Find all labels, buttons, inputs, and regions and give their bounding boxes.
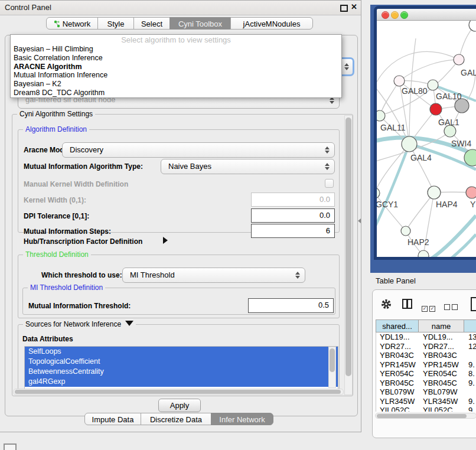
tab-style[interactable]: Style [97,17,134,30]
bottom-tab-discretize-data[interactable]: Discretize Data [141,413,211,425]
attribute-list-item[interactable]: BetweennessCentrality [25,367,338,377]
network-node-y[interactable] [466,187,476,198]
which-threshold-combobox[interactable]: MI Threshold [122,268,305,283]
split-columns-icon[interactable] [402,299,412,309]
table-row[interactable]: YBL079WYBL079W [376,387,476,397]
dropdown-item[interactable]: Mutual Information Inference [11,71,341,80]
network-node-gal11[interactable] [377,110,385,121]
collapsed-panel-icon[interactable] [4,444,17,450]
float-window-icon[interactable] [340,5,348,12]
minimize-traffic-light-icon[interactable] [391,11,399,19]
collapse-arrow-icon[interactable] [125,321,133,326]
tab-select[interactable]: Select [133,17,170,30]
network-node-swi4[interactable] [444,125,456,137]
kernel-width-input[interactable]: 0.0 [251,193,335,207]
attribute-list-item[interactable]: TopologicalCoefficient [25,357,338,367]
control-panel-titlebar[interactable]: Control Panel ✕ [0,1,361,15]
clipped-table-icon[interactable] [471,297,476,311]
dpi-tolerance-input[interactable]: 0.0 [251,208,335,223]
mi-threshold-input[interactable]: 0.5 [248,298,334,313]
table-cell: 9. [465,406,476,412]
network-node-label: GAL80 [402,86,428,96]
tab-jactivemnodules[interactable]: jActiveMNodules [230,17,313,30]
which-threshold-label: Which threshold to use: [41,271,122,279]
network-edge-thick[interactable] [377,144,409,233]
hub-section-label[interactable]: Hub/Transcription Factor Definition [24,237,142,246]
network-node-gcy1[interactable] [377,188,380,198]
attribute-list-item[interactable]: gal4RGexp [25,377,338,387]
table-cell: YER054C [419,369,465,379]
network-node-gal10[interactable] [428,80,438,90]
tab-label: Network [63,19,91,28]
sources-group-title[interactable]: Sources for Network Inference [23,320,136,328]
dropdown-item[interactable]: ARACNE Algorithm [11,63,341,71]
network-node-gal[interactable] [454,54,464,65]
bottom-tab-infer-network[interactable]: Infer Network [211,413,273,425]
attributes-scrollbar-thumb[interactable] [330,348,335,372]
zoom-traffic-light-icon[interactable] [400,11,408,19]
table-cell: YDR27... [376,342,419,351]
attributes-list-scrollbar[interactable] [328,347,336,388]
dropdown-item[interactable]: Basic Correlation Inference [11,54,341,63]
dropdown-prompt: Select algorithm to view settings [11,35,341,45]
network-window-titlebar[interactable] [377,9,476,21]
column-header[interactable]: name [419,319,464,332]
network-edge[interactable] [380,81,399,116]
network-node[interactable] [418,250,429,257]
table-row[interactable]: YER054CYER054C8. [376,369,476,379]
settings-horizontal-scrollbar[interactable] [13,389,344,395]
table-horizontal-scrollbar[interactable] [375,413,476,419]
column-header[interactable]: shared... [376,319,419,332]
table-row[interactable]: YBR045CYBR045C9. [376,379,476,388]
table-row[interactable]: YIL052CYIL052C9. [376,406,476,412]
column-header[interactable] [464,319,476,332]
gear-icon[interactable] [381,299,392,309]
network-node-gal1[interactable] [430,103,442,115]
dropdown-item[interactable]: Dream8 DC_TDC Algorithm [11,89,341,97]
settings-vscrollbar-thumb[interactable] [345,118,351,376]
table-row[interactable]: YPR145WYPR145W9. [376,360,476,370]
settings-vertical-scrollbar[interactable] [344,115,353,395]
expand-arrow-icon[interactable] [163,237,168,244]
network-node[interactable] [469,21,476,31]
network-view-window: GALGAL80GAL10GAL1GAL11SWI4GAL4GCY1HAP4YH… [374,6,476,260]
network-node-gal80[interactable] [394,76,405,86]
table-row[interactable]: YBR043CYBR043C [376,351,476,360]
network-edge[interactable] [406,193,434,231]
table-row[interactable]: YDL19...YDL19...13 [376,332,476,342]
network-canvas[interactable]: GALGAL80GAL10GAL1GAL11SWI4GAL4GCY1HAP4YH… [377,21,476,257]
tab-network[interactable]: Network [46,17,98,30]
unselect-all-columns-icon[interactable] [444,302,459,312]
table-cell: 9. [465,360,476,370]
mi-type-combobox[interactable]: Naive Bayes [161,159,335,174]
dropdown-item[interactable]: Bayesian – Hill Climbing [11,45,341,54]
attribute-list-item[interactable]: SelfLoops [25,347,338,357]
network-node-gal4[interactable] [402,136,417,152]
app-root: Control Panel ✕ NetworkStyleSelectCyni T… [0,0,476,450]
close-traffic-light-icon[interactable] [382,11,389,19]
dropdown-item[interactable]: Bayesian – K2 [11,80,341,89]
select-all-columns-icon[interactable]: ✓✓ [422,302,437,312]
mi-steps-input[interactable]: 6 [251,224,335,238]
table-row[interactable]: YLR345WYLR345W9. [376,397,476,406]
close-icon[interactable]: ✕ [351,2,357,11]
settings-hscrollbar-thumb[interactable] [15,390,341,394]
table-cell: YDR27... [419,342,465,351]
aracne-mode-combobox[interactable]: Discovery [62,142,335,158]
tab-label: Style [107,19,125,28]
network-node-hap4[interactable] [428,186,441,199]
manual-kernel-checkbox[interactable] [325,179,334,188]
table-cell: 13 [465,332,476,342]
network-edge[interactable] [377,51,459,92]
network-edge-thick[interactable] [446,234,476,257]
network-node-hap2[interactable] [401,226,410,236]
tab-cyni-toolbox[interactable]: Cyni Toolbox [169,17,231,30]
table-row[interactable]: YDR27...YDR27...12 [376,342,476,351]
panel-divider-handle[interactable] [358,219,361,223]
bottom-tab-impute-data[interactable]: Impute Data [84,413,141,425]
combobox-arrows-icon [344,63,348,70]
network-edge-thick[interactable] [425,216,476,257]
data-attributes-list[interactable]: SelfLoopsTopologicalCoefficientBetweenne… [24,346,338,390]
table-hscrollbar-thumb[interactable] [377,414,467,418]
apply-button[interactable]: Apply [158,399,201,412]
